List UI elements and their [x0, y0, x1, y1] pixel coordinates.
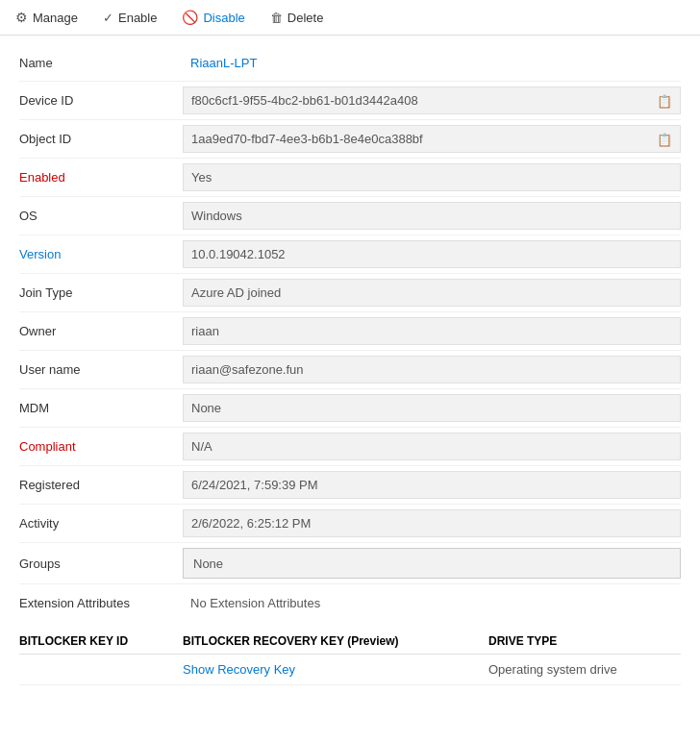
- field-label-object-id: Object ID: [19, 120, 183, 158]
- field-value-enabled: Yes: [183, 163, 681, 191]
- field-row-owner: Ownerriaan: [19, 312, 681, 351]
- field-label-user-name: User name: [19, 351, 183, 388]
- field-value-name: RiaanL-LPT: [183, 45, 681, 81]
- enable-label: Enable: [118, 11, 157, 25]
- bitlocker-recovery-col-0: Show Recovery Key: [183, 662, 488, 677]
- field-value-os: Windows: [183, 202, 681, 230]
- copy-icon-device-id[interactable]: 📋: [657, 93, 672, 108]
- field-label-device-id: Device ID: [19, 82, 183, 119]
- field-label-mdm: MDM: [19, 389, 183, 427]
- field-value-object-id: 1aa9ed70-fbd7-4ee3-b6b1-8e4e0ca388bf📋: [183, 120, 681, 158]
- field-row-activity: Activity2/6/2022, 6:25:12 PM: [19, 505, 681, 543]
- toolbar: ⚙ Manage ✓ Enable 🚫 Disable 🗑 Delete: [0, 0, 700, 36]
- bitlocker-header: BITLOCKER KEY ID BITLOCKER RECOVERY KEY …: [19, 625, 681, 655]
- bitlocker-col1-header: BITLOCKER KEY ID: [19, 634, 183, 648]
- field-row-user-name: User nameriaan@safezone.fun: [19, 351, 681, 389]
- check-icon: ✓: [103, 11, 113, 25]
- field-label-version: Version: [19, 235, 183, 273]
- field-value-version: 10.0.19042.1052: [183, 240, 681, 268]
- field-value-registered: 6/24/2021, 7:59:39 PM: [183, 471, 681, 499]
- field-value-extension-attributes: No Extension Attributes: [183, 584, 681, 621]
- field-label-groups: Groups: [19, 543, 183, 583]
- field-row-os: OSWindows: [19, 197, 681, 235]
- field-value-mdm: None: [183, 394, 681, 422]
- delete-label: Delete: [288, 11, 324, 25]
- delete-button[interactable]: 🗑 Delete: [266, 9, 328, 27]
- bitlocker-row-0: Show Recovery KeyOperating system drive: [19, 655, 681, 685]
- field-value-owner: riaan: [183, 317, 681, 345]
- disable-button[interactable]: 🚫 Disable: [178, 8, 248, 27]
- field-value-compliant: N/A: [183, 433, 681, 460]
- field-row-version: Version10.0.19042.1052: [19, 235, 681, 274]
- manage-label: Manage: [33, 11, 78, 25]
- field-value-user-name: riaan@safezone.fun: [183, 356, 681, 383]
- field-row-registered: Registered6/24/2021, 7:59:39 PM: [19, 466, 681, 505]
- field-row-mdm: MDMNone: [19, 389, 681, 428]
- field-row-extension-attributes: Extension AttributesNo Extension Attribu…: [19, 584, 681, 621]
- disable-icon: 🚫: [182, 10, 198, 25]
- trash-icon: 🗑: [270, 11, 283, 25]
- bitlocker-drive-type-0: Operating system drive: [488, 662, 681, 677]
- field-value-device-id: f80c6cf1-9f55-4bc2-bb61-b01d3442a408📋: [183, 82, 681, 119]
- field-label-enabled: Enabled: [19, 159, 183, 196]
- gear-icon: ⚙: [15, 10, 28, 25]
- manage-button[interactable]: ⚙ Manage: [12, 8, 82, 27]
- field-value-join-type: Azure AD joined: [183, 279, 681, 307]
- enable-button[interactable]: ✓ Enable: [99, 9, 161, 27]
- field-value-groups: None: [183, 543, 681, 583]
- field-label-os: OS: [19, 197, 183, 235]
- field-label-owner: Owner: [19, 312, 183, 350]
- field-row-enabled: EnabledYes: [19, 159, 681, 197]
- field-row-device-id: Device IDf80c6cf1-9f55-4bc2-bb61-b01d344…: [19, 82, 681, 120]
- field-row-object-id: Object ID1aa9ed70-fbd7-4ee3-b6b1-8e4e0ca…: [19, 120, 681, 159]
- field-label-extension-attributes: Extension Attributes: [19, 584, 183, 621]
- field-label-activity: Activity: [19, 505, 183, 542]
- copy-icon-object-id[interactable]: 📋: [657, 132, 672, 146]
- groups-box: None: [183, 548, 681, 579]
- field-label-compliant: Compliant: [19, 428, 183, 465]
- bitlocker-col2-header: BITLOCKER RECOVERY KEY (Preview): [183, 634, 488, 648]
- bitlocker-col3-header: DRIVE TYPE: [488, 634, 681, 648]
- field-row-compliant: CompliantN/A: [19, 428, 681, 466]
- field-row-groups: GroupsNone: [19, 543, 681, 584]
- field-row-name: NameRiaanL-LPT: [19, 45, 681, 82]
- field-label-join-type: Join Type: [19, 274, 183, 311]
- field-row-join-type: Join TypeAzure AD joined: [19, 274, 681, 312]
- field-label-registered: Registered: [19, 466, 183, 504]
- disable-label: Disable: [203, 11, 244, 25]
- content-area: NameRiaanL-LPTDevice IDf80c6cf1-9f55-4bc…: [0, 36, 700, 695]
- field-value-activity: 2/6/2022, 6:25:12 PM: [183, 509, 681, 537]
- show-recovery-key-link-0[interactable]: Show Recovery Key: [183, 662, 295, 677]
- field-label-name: Name: [19, 45, 183, 81]
